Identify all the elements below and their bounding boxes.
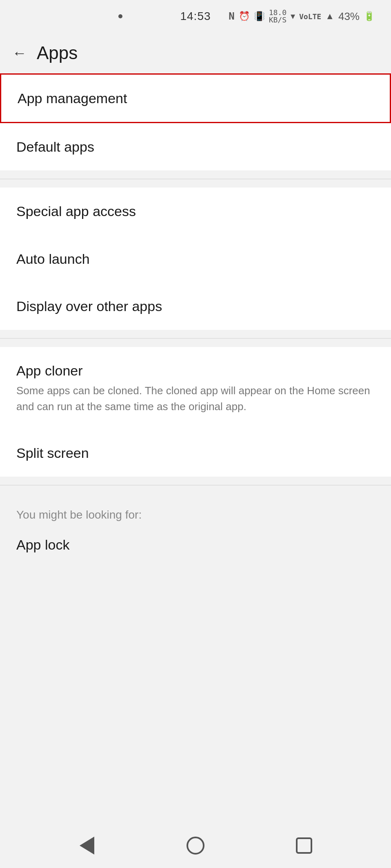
header: ← Apps (0, 33, 391, 73)
nav-back-button[interactable] (73, 831, 101, 860)
back-triangle-icon (80, 837, 94, 855)
section-gap-5 (0, 486, 391, 494)
menu-item-app-cloner[interactable]: App cloner Some apps can be cloned. The … (0, 347, 391, 429)
back-button[interactable]: ← (12, 46, 27, 60)
section-gap-2 (0, 330, 391, 338)
battery-icon: 🔋 (364, 11, 375, 22)
menu-item-app-management[interactable]: App management (0, 73, 391, 123)
menu-item-display-over-other-apps[interactable]: Display over other apps (0, 283, 391, 330)
recents-square-icon (296, 837, 312, 854)
section-gap-4 (0, 477, 391, 485)
status-bar: 14:53 N ⏰ 📳 18.0KB/S ▾ VoLTE ▲ 43% 🔋 (0, 0, 391, 33)
nav-recents-button[interactable] (290, 831, 318, 860)
page-title: Apps (37, 43, 78, 63)
battery-percent: 43% (338, 10, 360, 23)
volte-icon: VoLTE (299, 12, 321, 21)
auto-launch-label: Auto launch (16, 250, 375, 268)
wifi-icon: ▾ (291, 11, 295, 22)
nav-home-button[interactable] (181, 831, 210, 860)
notification-dot (118, 14, 122, 18)
app-management-label: App management (18, 89, 373, 107)
signal-icon: ▲ (325, 11, 334, 22)
app-cloner-label: App cloner (16, 362, 375, 380)
alarm-icon: ⏰ (239, 11, 250, 22)
data-speed-icon: 18.0KB/S (269, 9, 287, 24)
app-cloner-subtitle: Some apps can be cloned. The cloned app … (16, 383, 375, 415)
looking-for-section: You might be looking for: App lock (0, 494, 391, 564)
bottom-spacer (0, 564, 391, 809)
special-app-access-label: Special app access (16, 202, 375, 220)
content-area: App management Default apps Special app … (0, 73, 391, 823)
split-screen-label: Split screen (16, 444, 375, 462)
nfc-icon: N (229, 11, 234, 22)
looking-for-label: You might be looking for: (16, 508, 375, 521)
nav-bar (0, 823, 391, 868)
menu-item-auto-launch[interactable]: Auto launch (0, 235, 391, 283)
status-time: 14:53 (180, 10, 211, 23)
section-gap-1 (0, 179, 391, 188)
default-apps-label: Default apps (16, 138, 375, 156)
menu-item-app-lock[interactable]: App lock (16, 526, 375, 564)
status-icons: N ⏰ 📳 18.0KB/S ▾ VoLTE ▲ 43% 🔋 (229, 9, 375, 24)
menu-item-special-app-access[interactable]: Special app access (0, 188, 391, 235)
home-circle-icon (187, 837, 204, 855)
section-divider-1 (0, 170, 391, 179)
app-lock-label: App lock (16, 537, 69, 552)
vibrate-icon: 📳 (254, 11, 265, 22)
display-over-other-apps-label: Display over other apps (16, 297, 375, 315)
menu-item-split-screen[interactable]: Split screen (0, 429, 391, 477)
menu-item-default-apps[interactable]: Default apps (0, 123, 391, 170)
section-gap-3 (0, 339, 391, 347)
